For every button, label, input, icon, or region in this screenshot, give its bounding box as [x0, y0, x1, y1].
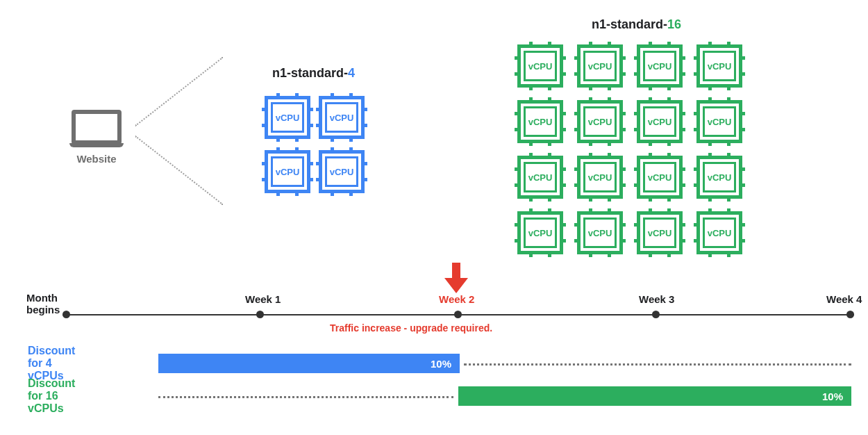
cpu-label: vCPU: [588, 172, 612, 183]
diagram: Website n1-standard-4 n1-standard-16 vCP…: [0, 0, 868, 435]
cpu-chip-icon: vCPU: [510, 149, 570, 205]
cpu-chip-icon: vCPU: [630, 94, 690, 149]
cpu-label: vCPU: [588, 117, 612, 127]
cpu-label: vCPU: [708, 61, 732, 72]
cpu-label: vCPU: [276, 113, 300, 123]
discount-4-dotted: [464, 363, 851, 366]
label-month-begins: Month begins: [26, 292, 60, 316]
cpu-chip-icon: vCPU: [630, 38, 690, 94]
mt4-prefix: n1-standard-: [272, 66, 348, 80]
label-week-1: Week 1: [245, 293, 281, 305]
discount-16-label: Discount for 16 vCPUs: [28, 377, 75, 415]
machine-type-4-title: n1-standard-4: [272, 66, 355, 81]
cpu-label: vCPU: [708, 172, 732, 183]
cpu-label: vCPU: [648, 228, 672, 238]
discount-16-value: 10%: [822, 391, 843, 402]
cpu-label: vCPU: [528, 172, 553, 183]
cpu-chip-icon: vCPU: [690, 94, 749, 149]
label-week-3: Week 3: [639, 293, 674, 305]
mt4-count: 4: [348, 66, 355, 80]
cpu-label: vCPU: [528, 61, 553, 72]
cpu-label: vCPU: [528, 228, 553, 238]
cpu-chip-icon: vCPU: [510, 205, 570, 261]
cpu-chip-icon: vCPU: [690, 38, 749, 94]
discount-16-dotted: [158, 396, 453, 398]
cpu-chip-icon: vCPU: [570, 94, 630, 149]
cpu-label: vCPU: [588, 61, 612, 72]
cpu-label: vCPU: [528, 117, 553, 127]
discount-4-label: Discount for 4 vCPUs: [28, 345, 75, 382]
cpu-label: vCPU: [330, 167, 354, 177]
arrow-down-icon: [444, 263, 468, 293]
discount-16-bar: 10%: [458, 386, 851, 406]
cpu-label: vCPU: [708, 228, 732, 238]
cpu-chip-icon: vCPU: [510, 38, 570, 94]
cpu-chip-icon: vCPU: [630, 205, 690, 261]
cpu-label: vCPU: [648, 172, 672, 183]
cpu-chip-icon: vCPU: [570, 38, 630, 94]
laptop-label: Website: [69, 153, 124, 165]
laptop-icon: [69, 110, 124, 147]
mt16-prefix: n1-standard-: [592, 17, 667, 31]
label-week-2: Week 2: [439, 293, 474, 305]
cpu-chip-icon: vCPU: [315, 90, 369, 145]
tick-week-2: [454, 311, 462, 318]
timeline-axis: [62, 314, 854, 315]
tick-week-1: [256, 311, 264, 318]
discount-4-value: 10%: [431, 358, 451, 370]
mt16-count: 16: [667, 17, 681, 31]
cpu-grid-4: vCPUvCPUvCPUvCPU: [260, 90, 369, 199]
cpu-label: vCPU: [276, 167, 300, 177]
tick-month-begins: [62, 311, 70, 318]
cpu-chip-icon: vCPU: [630, 149, 690, 205]
cpu-label: vCPU: [648, 117, 672, 127]
cpu-label: vCPU: [708, 117, 732, 127]
tick-week-4: [846, 311, 854, 318]
dotted-line-up: [135, 57, 223, 126]
svg-rect-0: [452, 263, 460, 279]
cpu-chip-icon: vCPU: [690, 205, 749, 261]
cpu-chip-icon: vCPU: [570, 149, 630, 205]
discount-4-bar: 10%: [158, 354, 460, 373]
machine-type-16-title: n1-standard-16: [592, 17, 681, 32]
cpu-chip-icon: vCPU: [260, 90, 315, 145]
traffic-note: Traffic increase - upgrade required.: [330, 322, 492, 334]
cpu-label: vCPU: [588, 228, 612, 238]
dotted-line-down: [135, 136, 223, 205]
cpu-chip-icon: vCPU: [510, 94, 570, 149]
label-week-4: Week 4: [826, 293, 862, 305]
cpu-chip-icon: vCPU: [690, 149, 749, 205]
cpu-label: vCPU: [330, 113, 354, 123]
cpu-chip-icon: vCPU: [260, 145, 315, 199]
cpu-grid-16: vCPUvCPUvCPUvCPUvCPUvCPUvCPUvCPUvCPUvCPU…: [510, 38, 749, 261]
cpu-chip-icon: vCPU: [570, 205, 630, 261]
cpu-label: vCPU: [648, 61, 672, 72]
tick-week-3: [652, 311, 660, 318]
svg-marker-1: [444, 278, 468, 293]
cpu-chip-icon: vCPU: [315, 145, 369, 199]
